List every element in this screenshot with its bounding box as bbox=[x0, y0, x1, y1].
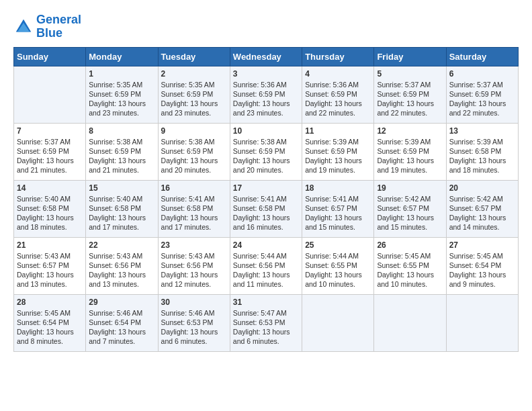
day-info: Sunrise: 5:39 AMSunset: 6:59 PMDaylight:… bbox=[377, 137, 443, 175]
day-number: 20 bbox=[449, 183, 515, 193]
day-cell: 17Sunrise: 5:41 AMSunset: 6:58 PMDayligh… bbox=[230, 180, 302, 237]
day-cell: 20Sunrise: 5:42 AMSunset: 6:57 PMDayligh… bbox=[446, 180, 518, 237]
day-cell: 18Sunrise: 5:41 AMSunset: 6:57 PMDayligh… bbox=[302, 180, 374, 237]
day-cell: 5Sunrise: 5:37 AMSunset: 6:59 PMDaylight… bbox=[374, 66, 446, 123]
day-info: Sunrise: 5:38 AMSunset: 6:59 PMDaylight:… bbox=[89, 137, 154, 175]
week-row-1: 1Sunrise: 5:35 AMSunset: 6:59 PMDaylight… bbox=[14, 66, 519, 123]
day-number: 12 bbox=[377, 126, 443, 136]
day-number: 24 bbox=[233, 240, 299, 250]
day-cell: 1Sunrise: 5:35 AMSunset: 6:59 PMDaylight… bbox=[86, 66, 158, 123]
day-number: 30 bbox=[161, 298, 227, 307]
day-cell: 14Sunrise: 5:40 AMSunset: 6:58 PMDayligh… bbox=[14, 180, 86, 237]
day-info: Sunrise: 5:42 AMSunset: 6:57 PMDaylight:… bbox=[449, 194, 515, 232]
day-number: 5 bbox=[377, 69, 443, 79]
day-number: 29 bbox=[89, 298, 154, 307]
day-number: 7 bbox=[17, 126, 83, 136]
logo: GeneralBlue bbox=[13, 13, 81, 40]
header-cell-friday: Friday bbox=[374, 47, 446, 66]
day-number: 14 bbox=[17, 183, 83, 193]
day-info: Sunrise: 5:42 AMSunset: 6:57 PMDaylight:… bbox=[377, 194, 443, 232]
day-info: Sunrise: 5:45 AMSunset: 6:54 PMDaylight:… bbox=[449, 251, 515, 289]
logo-icon bbox=[13, 17, 34, 37]
day-number: 18 bbox=[305, 183, 371, 193]
day-cell: 26Sunrise: 5:45 AMSunset: 6:55 PMDayligh… bbox=[374, 237, 446, 294]
day-cell: 8Sunrise: 5:38 AMSunset: 6:59 PMDaylight… bbox=[86, 123, 158, 180]
header-cell-saturday: Saturday bbox=[446, 47, 518, 66]
day-cell: 22Sunrise: 5:43 AMSunset: 6:56 PMDayligh… bbox=[86, 237, 158, 294]
header: GeneralBlue bbox=[13, 13, 519, 40]
day-number: 23 bbox=[161, 240, 227, 250]
day-number: 31 bbox=[233, 298, 299, 307]
day-number: 27 bbox=[449, 240, 515, 250]
day-cell: 13Sunrise: 5:39 AMSunset: 6:58 PMDayligh… bbox=[446, 123, 518, 180]
header-row: SundayMondayTuesdayWednesdayThursdayFrid… bbox=[14, 47, 519, 66]
header-cell-tuesday: Tuesday bbox=[158, 47, 230, 66]
week-row-4: 21Sunrise: 5:43 AMSunset: 6:57 PMDayligh… bbox=[14, 237, 519, 294]
day-cell: 9Sunrise: 5:38 AMSunset: 6:59 PMDaylight… bbox=[158, 123, 230, 180]
day-cell: 24Sunrise: 5:44 AMSunset: 6:56 PMDayligh… bbox=[230, 237, 302, 294]
calendar-header: SundayMondayTuesdayWednesdayThursdayFrid… bbox=[14, 47, 519, 66]
day-cell: 19Sunrise: 5:42 AMSunset: 6:57 PMDayligh… bbox=[374, 180, 446, 237]
day-info: Sunrise: 5:38 AMSunset: 6:59 PMDaylight:… bbox=[233, 137, 299, 175]
day-cell: 6Sunrise: 5:37 AMSunset: 6:59 PMDaylight… bbox=[446, 66, 518, 123]
logo-text: GeneralBlue bbox=[36, 13, 81, 40]
day-cell: 23Sunrise: 5:43 AMSunset: 6:56 PMDayligh… bbox=[158, 237, 230, 294]
day-info: Sunrise: 5:47 AMSunset: 6:53 PMDaylight:… bbox=[233, 308, 299, 347]
header-cell-thursday: Thursday bbox=[302, 47, 374, 66]
header-cell-monday: Monday bbox=[86, 47, 158, 66]
header-cell-wednesday: Wednesday bbox=[230, 47, 302, 66]
day-info: Sunrise: 5:38 AMSunset: 6:59 PMDaylight:… bbox=[161, 137, 227, 175]
day-number: 6 bbox=[449, 69, 515, 79]
day-info: Sunrise: 5:37 AMSunset: 6:59 PMDaylight:… bbox=[377, 80, 443, 118]
week-row-3: 14Sunrise: 5:40 AMSunset: 6:58 PMDayligh… bbox=[14, 180, 519, 237]
day-info: Sunrise: 5:37 AMSunset: 6:59 PMDaylight:… bbox=[449, 80, 515, 118]
day-cell bbox=[14, 66, 86, 123]
day-info: Sunrise: 5:46 AMSunset: 6:54 PMDaylight:… bbox=[89, 308, 154, 347]
day-number: 15 bbox=[89, 183, 154, 193]
day-cell: 25Sunrise: 5:44 AMSunset: 6:55 PMDayligh… bbox=[302, 237, 374, 294]
day-number: 17 bbox=[233, 183, 299, 193]
day-info: Sunrise: 5:35 AMSunset: 6:59 PMDaylight:… bbox=[89, 80, 154, 118]
day-cell bbox=[446, 294, 518, 351]
day-info: Sunrise: 5:41 AMSunset: 6:58 PMDaylight:… bbox=[161, 194, 227, 232]
day-info: Sunrise: 5:40 AMSunset: 6:58 PMDaylight:… bbox=[89, 194, 154, 232]
day-number: 19 bbox=[377, 183, 443, 193]
day-cell: 10Sunrise: 5:38 AMSunset: 6:59 PMDayligh… bbox=[230, 123, 302, 180]
day-number: 25 bbox=[305, 240, 371, 250]
day-info: Sunrise: 5:39 AMSunset: 6:58 PMDaylight:… bbox=[449, 137, 515, 175]
calendar-table: SundayMondayTuesdayWednesdayThursdayFrid… bbox=[13, 47, 519, 352]
day-info: Sunrise: 5:45 AMSunset: 6:54 PMDaylight:… bbox=[17, 308, 83, 347]
day-cell: 12Sunrise: 5:39 AMSunset: 6:59 PMDayligh… bbox=[374, 123, 446, 180]
header-cell-sunday: Sunday bbox=[14, 47, 86, 66]
day-info: Sunrise: 5:43 AMSunset: 6:57 PMDaylight:… bbox=[17, 251, 83, 289]
week-row-2: 7Sunrise: 5:37 AMSunset: 6:59 PMDaylight… bbox=[14, 123, 519, 180]
day-number: 11 bbox=[305, 126, 371, 136]
day-number: 10 bbox=[233, 126, 299, 136]
day-cell bbox=[374, 294, 446, 351]
day-cell: 4Sunrise: 5:36 AMSunset: 6:59 PMDaylight… bbox=[302, 66, 374, 123]
day-info: Sunrise: 5:35 AMSunset: 6:59 PMDaylight:… bbox=[161, 80, 227, 118]
day-cell: 31Sunrise: 5:47 AMSunset: 6:53 PMDayligh… bbox=[230, 294, 302, 351]
day-number: 13 bbox=[449, 126, 515, 136]
day-info: Sunrise: 5:45 AMSunset: 6:55 PMDaylight:… bbox=[377, 251, 443, 289]
day-cell: 2Sunrise: 5:35 AMSunset: 6:59 PMDaylight… bbox=[158, 66, 230, 123]
day-number: 1 bbox=[89, 69, 154, 79]
calendar-body: 1Sunrise: 5:35 AMSunset: 6:59 PMDaylight… bbox=[14, 66, 519, 351]
day-number: 26 bbox=[377, 240, 443, 250]
day-cell: 28Sunrise: 5:45 AMSunset: 6:54 PMDayligh… bbox=[14, 294, 86, 351]
day-info: Sunrise: 5:39 AMSunset: 6:59 PMDaylight:… bbox=[305, 137, 371, 175]
day-info: Sunrise: 5:46 AMSunset: 6:53 PMDaylight:… bbox=[161, 308, 227, 347]
day-cell bbox=[302, 294, 374, 351]
day-number: 4 bbox=[305, 69, 371, 79]
day-info: Sunrise: 5:37 AMSunset: 6:59 PMDaylight:… bbox=[17, 137, 83, 175]
day-info: Sunrise: 5:41 AMSunset: 6:58 PMDaylight:… bbox=[233, 194, 299, 232]
day-number: 22 bbox=[89, 240, 154, 250]
day-cell: 21Sunrise: 5:43 AMSunset: 6:57 PMDayligh… bbox=[14, 237, 86, 294]
day-info: Sunrise: 5:44 AMSunset: 6:55 PMDaylight:… bbox=[305, 251, 371, 289]
day-info: Sunrise: 5:44 AMSunset: 6:56 PMDaylight:… bbox=[233, 251, 299, 289]
day-info: Sunrise: 5:41 AMSunset: 6:57 PMDaylight:… bbox=[305, 194, 371, 232]
day-cell: 7Sunrise: 5:37 AMSunset: 6:59 PMDaylight… bbox=[14, 123, 86, 180]
day-cell: 15Sunrise: 5:40 AMSunset: 6:58 PMDayligh… bbox=[86, 180, 158, 237]
day-number: 3 bbox=[233, 69, 299, 79]
day-cell: 29Sunrise: 5:46 AMSunset: 6:54 PMDayligh… bbox=[86, 294, 158, 351]
